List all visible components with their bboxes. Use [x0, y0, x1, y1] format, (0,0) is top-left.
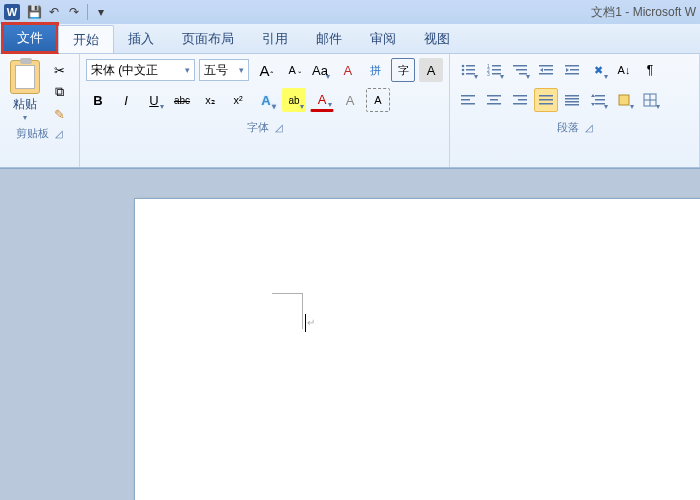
highlight-button[interactable]: ab — [282, 88, 306, 112]
align-right-icon — [513, 93, 527, 107]
svg-rect-30 — [518, 99, 527, 101]
font-size-combo[interactable]: 五号 — [199, 59, 249, 81]
group-font: 宋体 (中文正 五号 Aˆ Aˇ Aa A 拼 字 A B I U abc x₂… — [80, 54, 450, 167]
tab-home[interactable]: 开始 — [58, 25, 114, 53]
text-effects-button[interactable]: A — [254, 88, 278, 112]
superscript-button[interactable]: x² — [226, 88, 250, 112]
enclose-char-button[interactable]: A — [338, 88, 362, 112]
align-right-button[interactable] — [508, 88, 532, 112]
font-size-value: 五号 — [204, 62, 228, 79]
svg-rect-17 — [539, 73, 553, 75]
clear-formatting-button[interactable]: A — [336, 58, 360, 82]
text-effects-icon: A — [261, 93, 270, 108]
qat-redo-button[interactable]: ↷ — [65, 3, 83, 21]
qat-undo-button[interactable]: ↶ — [45, 3, 63, 21]
tab-insert[interactable]: 插入 — [114, 25, 168, 53]
copy-button[interactable]: ⧉ — [48, 82, 70, 102]
svg-rect-36 — [565, 98, 579, 100]
svg-rect-38 — [565, 104, 579, 106]
svg-rect-33 — [539, 99, 553, 101]
increase-indent-button[interactable] — [560, 58, 584, 82]
sort-icon: A↓ — [618, 64, 631, 76]
align-left-button[interactable] — [456, 88, 480, 112]
show-marks-button[interactable]: ¶ — [638, 58, 662, 82]
svg-rect-29 — [513, 95, 527, 97]
shading-button[interactable] — [612, 88, 636, 112]
asian-layout-button[interactable]: ✖ — [586, 58, 610, 82]
cut-button[interactable]: ✂ — [48, 60, 70, 80]
change-case-button[interactable]: Aa — [308, 58, 332, 82]
svg-rect-16 — [544, 69, 553, 71]
format-painter-button[interactable]: ✎ — [48, 104, 70, 124]
svg-rect-24 — [461, 99, 470, 101]
clipboard-dialog-launcher[interactable]: ◿ — [55, 128, 63, 139]
group-paragraph-label: 段落 — [557, 120, 579, 135]
svg-rect-5 — [466, 73, 475, 75]
enclose-icon: A — [346, 93, 355, 108]
line-spacing-icon — [591, 93, 605, 107]
svg-rect-34 — [539, 103, 553, 105]
app-icon[interactable]: W — [4, 4, 20, 20]
distribute-button[interactable] — [560, 88, 584, 112]
font-color-icon: A — [318, 92, 327, 107]
indent-inc-icon — [565, 63, 579, 77]
svg-rect-44 — [619, 95, 629, 105]
grow-font-button[interactable]: Aˆ — [253, 58, 277, 82]
tab-view[interactable]: 视图 — [410, 25, 464, 53]
indent-dec-icon — [539, 63, 553, 77]
svg-text:3: 3 — [487, 71, 490, 77]
decrease-indent-button[interactable] — [534, 58, 558, 82]
underline-button[interactable]: U — [142, 88, 166, 112]
qat-save-button[interactable]: 💾 — [25, 3, 43, 21]
svg-rect-14 — [519, 73, 527, 75]
phonetic-guide-button[interactable]: 拼 — [364, 58, 388, 82]
char-shading-icon: A — [427, 63, 436, 78]
copy-icon: ⧉ — [55, 84, 64, 100]
highlight-icon: ab — [288, 95, 299, 106]
sort-button[interactable]: A↓ — [612, 58, 636, 82]
change-case-icon: Aa — [312, 63, 328, 78]
bold-button[interactable]: B — [86, 88, 110, 112]
paste-label: 粘贴 — [13, 96, 37, 113]
tab-review[interactable]: 审阅 — [356, 25, 410, 53]
chevron-down-icon: ▾ — [23, 113, 27, 122]
italic-button[interactable]: I — [114, 88, 138, 112]
char-border-button[interactable]: 字 — [391, 58, 415, 82]
align-justify-icon — [539, 93, 553, 107]
align-justify-button[interactable] — [534, 88, 558, 112]
multilevel-list-button[interactable] — [508, 58, 532, 82]
font-name-combo[interactable]: 宋体 (中文正 — [86, 59, 195, 81]
char-shading-button[interactable]: A — [419, 58, 443, 82]
svg-rect-11 — [492, 73, 501, 75]
tab-page-layout[interactable]: 页面布局 — [168, 25, 248, 53]
tab-references[interactable]: 引用 — [248, 25, 302, 53]
font-dialog-launcher[interactable]: ◿ — [275, 122, 283, 133]
strikethrough-button[interactable]: abc — [170, 88, 194, 112]
line-spacing-button[interactable] — [586, 88, 610, 112]
char-scaling-button[interactable]: A — [366, 88, 390, 112]
tab-file[interactable]: 文件 — [3, 24, 57, 52]
svg-rect-41 — [595, 103, 605, 105]
paragraph-dialog-launcher[interactable]: ◿ — [585, 122, 593, 133]
subscript-button[interactable]: x₂ — [198, 88, 222, 112]
tab-mailings[interactable]: 邮件 — [302, 25, 356, 53]
bullets-button[interactable] — [456, 58, 480, 82]
svg-rect-7 — [492, 65, 501, 67]
shrink-font-button[interactable]: Aˇ — [280, 58, 304, 82]
borders-button[interactable] — [638, 88, 662, 112]
ribbon-tabs: 文件 开始 插入 页面布局 引用 邮件 审阅 视图 — [0, 24, 700, 54]
char-border-icon: 字 — [398, 63, 409, 78]
paste-button[interactable]: 粘贴 ▾ — [6, 58, 44, 124]
multilevel-icon — [513, 63, 527, 77]
font-color-button[interactable]: A — [310, 88, 334, 112]
numbering-button[interactable]: 123 — [482, 58, 506, 82]
underline-icon: U — [149, 93, 158, 108]
qat-customize-button[interactable]: ▾ — [92, 3, 110, 21]
svg-rect-3 — [466, 69, 475, 71]
document-page[interactable]: ↵ — [135, 199, 700, 500]
align-center-button[interactable] — [482, 88, 506, 112]
document-workspace[interactable]: ↵ — [0, 168, 700, 500]
redo-icon: ↷ — [69, 5, 79, 19]
svg-rect-19 — [565, 65, 579, 67]
svg-rect-12 — [513, 65, 527, 67]
